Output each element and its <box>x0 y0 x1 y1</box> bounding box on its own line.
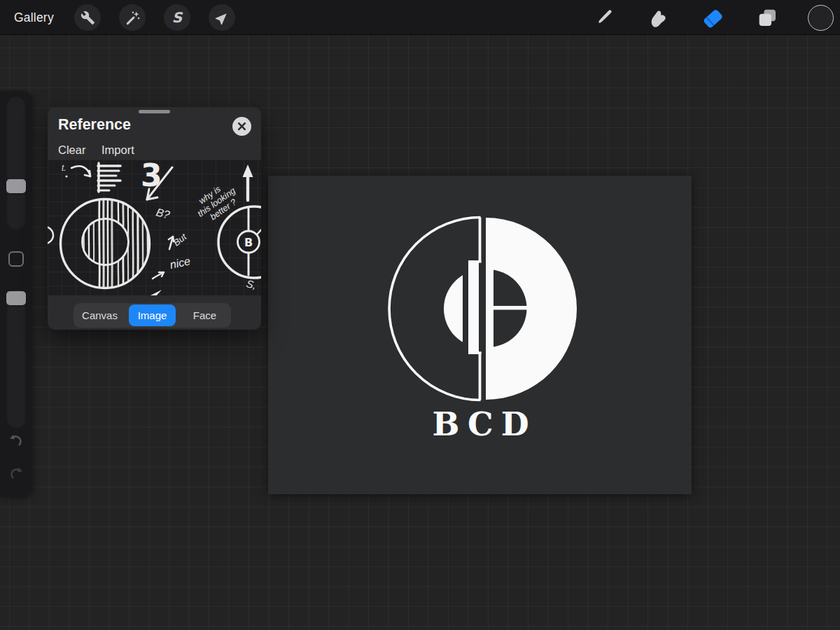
smudge-tool[interactable] <box>646 6 670 29</box>
undo-icon <box>7 433 25 450</box>
reference-tabs: Canvas Image Face <box>74 303 231 328</box>
svg-text:S: S <box>172 9 183 26</box>
sketch-s-label: S, <box>245 277 257 291</box>
brush-tool[interactable] <box>592 6 616 29</box>
sketch-t-mark: t. <box>62 163 66 173</box>
top-toolbar: Gallery S <box>0 0 840 35</box>
close-icon <box>237 122 246 131</box>
magic-wand-icon <box>125 10 141 26</box>
brush-size-slider[interactable] <box>6 95 26 230</box>
tab-image[interactable]: Image <box>126 303 178 328</box>
brush-opacity-slider[interactable] <box>6 288 26 428</box>
eraser-icon <box>701 6 724 29</box>
reference-panel: Reference Clear Import t. <box>48 107 261 330</box>
transform-arrow-icon <box>215 10 230 25</box>
reference-image[interactable]: t. 3 <box>48 160 261 295</box>
bcd-logo: BCD <box>268 176 692 494</box>
sketch-three: 3 <box>141 160 162 193</box>
gallery-button[interactable]: Gallery <box>14 0 54 35</box>
undo-button[interactable] <box>7 433 25 450</box>
tab-face[interactable]: Face <box>178 303 231 328</box>
brush-icon <box>593 6 615 29</box>
clear-button[interactable]: Clear <box>58 144 85 157</box>
sketch-note: why is this looking better ? <box>190 178 243 227</box>
reference-sketch: t. 3 <box>48 160 261 295</box>
import-button[interactable]: Import <box>102 144 134 157</box>
sketch-but: But <box>172 231 190 248</box>
select-button[interactable]: S <box>164 4 190 31</box>
eraser-tool[interactable] <box>700 6 724 29</box>
wrench-icon <box>80 10 95 25</box>
sketch-nice: nice <box>169 255 191 271</box>
brush-opacity-handle[interactable] <box>6 291 26 305</box>
smudge-icon <box>647 6 670 29</box>
close-button[interactable] <box>232 117 251 136</box>
sketch-b-question: B? <box>155 206 171 220</box>
transform-button[interactable] <box>209 4 235 31</box>
sketch-b-label: B <box>244 236 253 249</box>
actions-button[interactable] <box>74 4 101 31</box>
selection-s-icon: S <box>169 9 186 26</box>
logo-text: BCD <box>432 405 536 443</box>
layers-button[interactable] <box>755 6 779 29</box>
brush-sidebar <box>0 91 32 497</box>
redo-icon <box>7 466 25 483</box>
drawing-canvas[interactable]: BCD <box>268 176 692 494</box>
color-swatch[interactable] <box>808 5 834 31</box>
panel-drag-handle[interactable] <box>139 110 170 113</box>
modify-button[interactable] <box>8 251 24 267</box>
panel-title: Reference <box>58 116 131 134</box>
tab-canvas[interactable]: Canvas <box>74 303 126 328</box>
redo-button[interactable] <box>7 466 25 483</box>
layers-icon <box>756 6 778 29</box>
brush-size-handle[interactable] <box>6 179 26 193</box>
adjustments-button[interactable] <box>119 4 146 31</box>
